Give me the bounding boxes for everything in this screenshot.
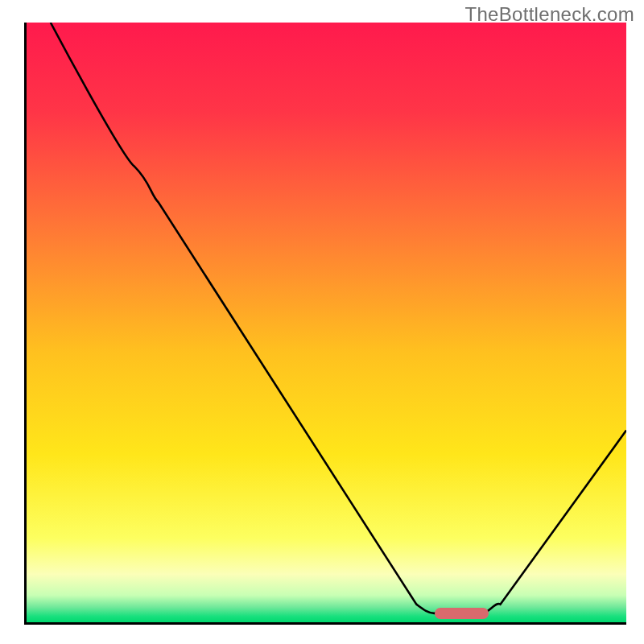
curve-layer: [27, 23, 626, 622]
optimal-marker: [435, 608, 489, 619]
watermark-text: TheBottleneck.com: [464, 3, 634, 26]
bottleneck-curve-path: [51, 23, 626, 613]
bottleneck-chart: TheBottleneck.com: [0, 0, 644, 644]
plot-area: [24, 23, 626, 625]
